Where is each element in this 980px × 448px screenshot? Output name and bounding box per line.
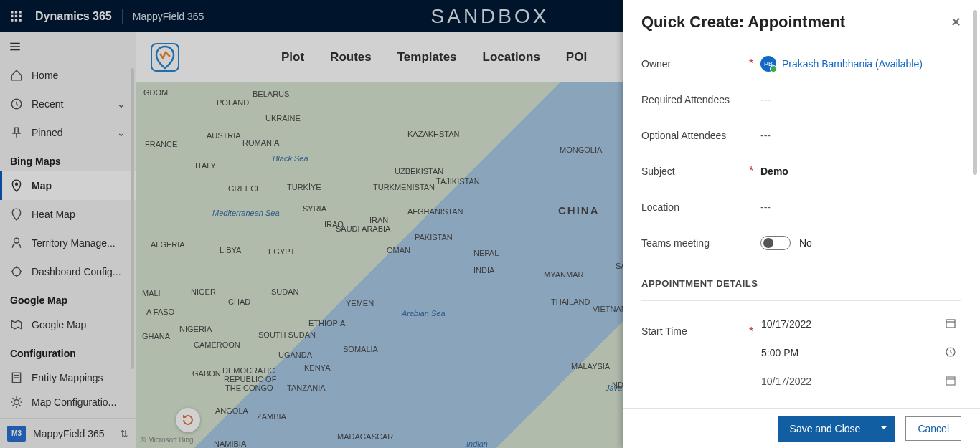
- field-label-optional-attendees: Optional Attendees: [641, 130, 749, 141]
- save-and-close-button[interactable]: Save and Close: [778, 416, 896, 442]
- start-date-value: 10/17/2022: [761, 318, 811, 330]
- start-time-input[interactable]: 5:00 PM: [760, 340, 961, 366]
- field-label-required-attendees: Required Attendees: [641, 94, 749, 105]
- subject-input[interactable]: Demo: [760, 166, 961, 177]
- required-attendees-input[interactable]: ---: [760, 94, 961, 105]
- location-input[interactable]: ---: [760, 201, 961, 213]
- teams-meeting-toggle[interactable]: [760, 236, 791, 250]
- panel-scrollbar[interactable]: [973, 10, 977, 175]
- owner-lookup[interactable]: PB Prakash Bambhania (Available): [760, 56, 961, 72]
- svg-rect-25: [946, 377, 955, 385]
- calendar-icon: [945, 375, 956, 389]
- clock-icon: [945, 346, 956, 360]
- panel-title: Quick Create: Appointment: [641, 13, 845, 32]
- start-time-value: 5:00 PM: [761, 347, 798, 358]
- field-label-owner: Owner: [641, 58, 749, 70]
- end-date-input[interactable]: 10/17/2022: [760, 368, 961, 394]
- toggle-state-label: No: [799, 237, 812, 249]
- close-icon[interactable]: ✕: [951, 14, 961, 30]
- required-icon: *: [749, 165, 760, 178]
- field-label-teams-meeting: Teams meeting: [641, 237, 749, 249]
- start-date-input[interactable]: 10/17/2022: [760, 311, 961, 337]
- field-label-start-time: Start Time: [641, 311, 749, 337]
- section-appointment-details: APPOINTMENT DETAILS: [641, 261, 961, 301]
- required-icon: *: [749, 311, 760, 338]
- owner-name: Prakash Bambhania (Available): [782, 58, 923, 70]
- optional-attendees-input[interactable]: ---: [760, 130, 961, 141]
- cancel-button[interactable]: Cancel: [905, 416, 961, 441]
- avatar: PB: [760, 56, 776, 72]
- calendar-icon: [945, 318, 956, 331]
- save-split-dropdown[interactable]: [872, 416, 895, 442]
- end-date-value: 10/17/2022: [761, 376, 811, 387]
- field-label-subject: Subject: [641, 166, 749, 177]
- button-label: Save and Close: [778, 416, 872, 441]
- field-label-location: Location: [641, 201, 749, 213]
- quick-create-panel: Quick Create: Appointment ✕ Owner * PB P…: [623, 0, 980, 448]
- required-icon: *: [749, 57, 760, 70]
- svg-rect-22: [946, 320, 955, 328]
